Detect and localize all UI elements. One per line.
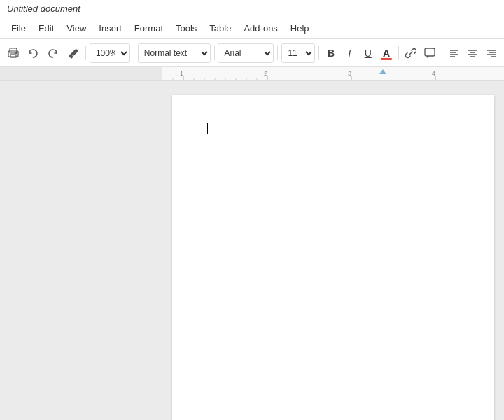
title-bar: Untitled document — [0, 0, 504, 18]
document-area — [0, 81, 504, 420]
paint-format-button[interactable] — [64, 43, 82, 63]
sidebar — [0, 81, 162, 420]
menu-tools[interactable]: Tools — [170, 20, 202, 36]
menu-view[interactable]: View — [61, 20, 92, 36]
align-right-button[interactable] — [483, 44, 500, 62]
link-button[interactable] — [402, 44, 419, 62]
menu-insert[interactable]: Insert — [93, 20, 127, 36]
divider-4 — [277, 46, 278, 60]
divider-5 — [318, 46, 319, 60]
svg-text:3: 3 — [348, 70, 351, 77]
menu-help[interactable]: Help — [285, 20, 315, 36]
divider-2 — [134, 46, 134, 60]
svg-text:2: 2 — [264, 70, 267, 77]
redo-button[interactable] — [43, 43, 62, 63]
divider-7 — [442, 46, 442, 60]
ruler-svg: 1 2 3 4 — [162, 67, 504, 81]
font-color-button[interactable]: A — [378, 44, 395, 62]
underline-button[interactable]: U — [360, 44, 377, 62]
svg-rect-2 — [10, 55, 16, 57]
menu-table[interactable]: Table — [204, 20, 237, 36]
align-center-button[interactable] — [464, 44, 481, 62]
bold-button[interactable]: B — [323, 44, 340, 62]
font-select[interactable]: Arial Times New Roman Verdana Georgia — [218, 43, 274, 63]
divider-3 — [214, 46, 215, 60]
menu-bar: File Edit View Insert Format Tools Table… — [0, 18, 504, 39]
menu-format[interactable]: Format — [129, 20, 169, 36]
svg-text:1: 1 — [180, 70, 183, 77]
svg-text:4: 4 — [432, 70, 435, 77]
ruler-left — [0, 67, 162, 80]
print-button[interactable] — [4, 43, 22, 63]
align-left-button[interactable] — [446, 44, 463, 62]
divider-6 — [398, 46, 399, 60]
ruler: // Ticks will be drawn inline 1 2 3 4 — [0, 67, 504, 81]
divider-1 — [85, 46, 86, 60]
text-cursor — [207, 123, 208, 134]
style-select[interactable]: Normal text Title Heading 1 Heading 2 He… — [138, 43, 211, 63]
document-page[interactable] — [172, 95, 494, 420]
comment-button[interactable] — [421, 44, 438, 62]
zoom-select[interactable]: 100% 75% 125% 150% — [90, 43, 130, 63]
document-title: Untitled document — [7, 4, 80, 14]
font-size-select[interactable]: 11 8 9 10 12 14 18 24 36 — [281, 43, 314, 63]
page-container[interactable] — [162, 81, 504, 420]
svg-rect-4 — [425, 48, 435, 56]
svg-point-3 — [15, 52, 17, 54]
menu-edit[interactable]: Edit — [33, 20, 59, 36]
toolbar: 100% 75% 125% 150% Normal text Title Hea… — [0, 39, 504, 67]
svg-marker-34 — [379, 69, 386, 74]
menu-file[interactable]: File — [6, 20, 31, 36]
undo-button[interactable] — [24, 43, 42, 63]
italic-button[interactable]: I — [341, 44, 358, 62]
menu-addons[interactable]: Add-ons — [238, 20, 283, 36]
